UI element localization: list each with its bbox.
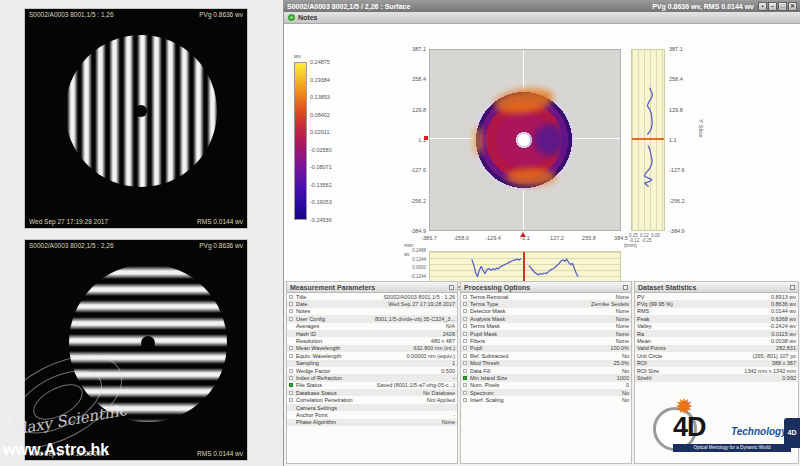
table-row[interactable]: Wedge Factor0.500 [287,367,457,374]
row-checkbox[interactable] [289,398,293,402]
surface-map-plot[interactable] [429,49,621,231]
row-status-green-icon[interactable] [289,383,293,387]
pin-button[interactable]: ▪ [758,2,767,11]
table-row[interactable]: Anchor Point- [287,411,457,418]
minimize-button[interactable]: – [768,2,777,11]
window-titlebar[interactable]: S0002/A0003 8002,1/5 / 2,26 : Surface PV… [284,0,800,12]
table-row[interactable]: Resolution480 x 487 [287,337,457,344]
panel-resize-icon[interactable] [623,285,628,290]
row-checkbox[interactable] [289,391,293,395]
table-row[interactable]: FiltersNone [461,337,631,344]
table-row[interactable]: Valid Points282,831 [635,345,798,352]
dataset-statistics-header[interactable]: Dataset Statistics [635,282,798,293]
table-row[interactable]: Unit Circle(265,-801) 107 px [635,352,798,359]
table-row[interactable]: PV0.8913 wv [635,293,798,300]
row-value: - [453,412,455,418]
window-controls: ▪ – □ ✕ [758,2,797,11]
watermark-url-text: www.Astro.hk [3,441,109,459]
processing-options-header[interactable]: Processing Options [461,282,631,293]
row-checkbox[interactable] [289,346,293,350]
table-row[interactable]: Ref. SubtractedNo [461,352,631,359]
row-checkbox[interactable] [463,354,467,358]
table-row[interactable]: Mod Thresh25.0% [461,360,631,367]
y-slice-axis-label: Y Slice [698,119,704,138]
table-row[interactable]: Data FillNo [461,367,631,374]
row-checkbox[interactable] [463,302,467,306]
table-row[interactable]: Strehl0.992 [635,374,798,381]
table-row[interactable]: Valley-0.2424 wv [635,323,798,330]
table-row[interactable]: File StatusSaved (8001,1/5-a7-ohg-05-c..… [287,382,457,389]
row-checkbox[interactable] [463,295,467,299]
table-row[interactable]: ROI388 x 387 [635,360,798,367]
igram1-center-obscuration [135,105,147,117]
row-checkbox[interactable] [463,361,467,365]
row-checkbox[interactable] [289,376,293,380]
table-row[interactable]: Camera Settings [287,404,457,411]
row-checkbox[interactable] [463,339,467,343]
table-row[interactable]: ROI Size1342 mm x 1342 mm [635,367,798,374]
dataset-statistics-rows: PV0.8913 wvPVq (99.95 %)0.8636 wvRMS0.01… [635,293,798,382]
interferogram-window-1[interactable]: S0002/A0003 8001,1/5 : 1,26 PVg 0.8636 w… [24,8,248,229]
row-checkbox[interactable] [463,324,467,328]
row-checkbox[interactable] [289,354,293,358]
table-row[interactable]: User Config8001,1/5-divide-obj 35-C324_3… [287,315,457,322]
surface-y-cursor-marker[interactable] [424,136,428,140]
row-checkbox[interactable] [289,317,293,321]
row-checkbox[interactable] [463,383,467,387]
surface-y-axis-ticks: 387.1258.4129.81.1-127.6-256.2-384.9 [398,49,426,231]
row-label: Date [296,301,388,307]
row-checkbox[interactable] [463,398,467,402]
row-checkbox[interactable] [463,309,467,313]
row-checkbox[interactable] [463,332,467,336]
row-checkbox[interactable] [463,369,467,373]
x-slice-plot[interactable] [429,251,621,283]
table-row[interactable]: Notes [287,308,457,315]
close-button[interactable]: ✕ [788,2,797,11]
igram2-rms-value: RMS 0.0144 wv [197,450,243,458]
row-label: Pupil Mask [470,331,616,337]
table-row[interactable]: Num. Pixels0 [461,382,631,389]
table-row[interactable]: Peak0.6368 wv [635,315,798,322]
table-row[interactable]: Mean0.0038 wv [635,337,798,344]
panel-resize-icon[interactable] [790,285,795,290]
table-row[interactable]: Pupil100.0% [461,345,631,352]
table-row[interactable]: Ra0.0115 wv [635,330,798,337]
table-row[interactable]: Equiv. Wavelength0.00000 nm (equiv.) [287,352,457,359]
y-slice-plot[interactable] [631,49,665,231]
table-row[interactable]: Correlation PenetrationNot Applied [287,396,457,403]
row-value: Not Applied [427,397,455,403]
maximize-button[interactable]: □ [778,2,787,11]
table-row[interactable]: Database StatusNo Database [287,389,457,396]
panel-resize-icon[interactable] [449,285,454,290]
row-checkbox[interactable] [289,369,293,373]
row-status-green-icon[interactable] [463,376,467,380]
table-row[interactable]: Analysis MaskNone [461,315,631,322]
table-row[interactable]: Sampling1 [287,360,457,367]
row-checkbox[interactable] [289,295,293,299]
table-row[interactable]: Hash ID2428 [287,330,457,337]
table-row[interactable]: Terms MaskNone [461,323,631,330]
row-checkbox[interactable] [289,302,293,306]
table-row[interactable]: Phase AlgorithmNone [287,419,457,426]
table-row[interactable]: Min Island Size1000 [461,374,631,381]
table-row[interactable]: TitleS0002/A0003 8001,1/5 : 1,26 [287,293,457,300]
table-row[interactable]: Terms TypeZernike Seidels [461,300,631,307]
colorbar[interactable] [294,62,307,220]
table-row[interactable]: Detector MaskNone [461,308,631,315]
row-checkbox[interactable] [463,346,467,350]
measurement-parameters-header[interactable]: Measurement Parameters [287,282,457,293]
table-row[interactable]: PVq (99.95 %)0.8636 wv [635,300,798,307]
table-row[interactable]: Terms RemovalNone [461,293,631,300]
table-row[interactable]: RMS0.0144 wv [635,308,798,315]
row-checkbox[interactable] [289,309,293,313]
row-checkbox[interactable] [463,317,467,321]
table-row[interactable]: Mean Wavelength632.800 nm (int.) [287,345,457,352]
table-row[interactable]: SpectrumNo [461,389,631,396]
table-row[interactable]: DateWed Sep 27 17:19:28 2017 [287,300,457,307]
notes-toolbar[interactable]: + Notes [284,12,800,24]
row-checkbox[interactable] [463,391,467,395]
table-row[interactable]: Index of Refraction- [287,374,457,381]
table-row[interactable]: AveragesN/A [287,323,457,330]
table-row[interactable]: Interf. ScalingNo [461,396,631,403]
table-row[interactable]: Pupil MaskNone [461,330,631,337]
